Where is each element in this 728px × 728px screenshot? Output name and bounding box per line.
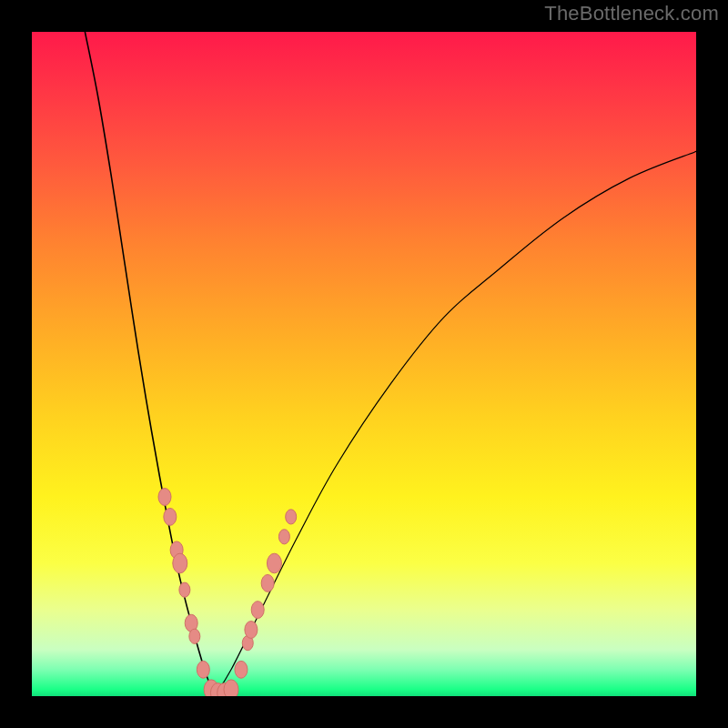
highlight-dot — [189, 629, 200, 643]
highlight-dot — [179, 582, 190, 597]
watermark-label: TheBottleneck.com — [544, 2, 719, 25]
highlight-dot — [173, 553, 187, 573]
highlight-dot — [267, 553, 281, 573]
highlight-dot — [251, 602, 264, 619]
highlighted-points-group — [158, 489, 297, 696]
highlight-dot — [197, 661, 209, 678]
plot-area — [32, 32, 696, 696]
curve-right-branch — [215, 151, 696, 696]
chart-stage: TheBottleneck.com — [0, 0, 728, 728]
highlight-dot — [278, 530, 289, 544]
highlight-dot — [164, 508, 177, 525]
highlight-dot — [261, 574, 274, 592]
highlight-dot — [235, 661, 248, 678]
curve-left-branch — [85, 32, 214, 696]
highlight-dot — [286, 510, 297, 524]
highlight-dot — [245, 622, 258, 639]
highlight-dot — [158, 489, 171, 506]
chart-svg — [32, 32, 696, 696]
highlight-dot — [224, 680, 238, 696]
